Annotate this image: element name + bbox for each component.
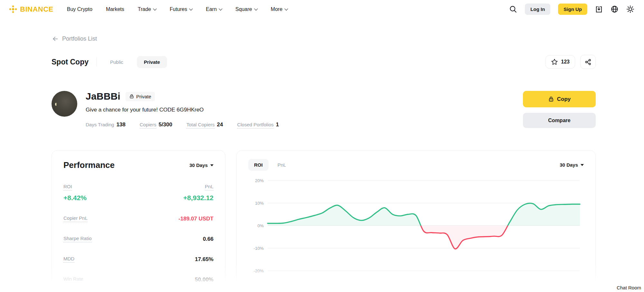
nav-item-trade[interactable]: Trade — [138, 6, 156, 12]
chevron-down-icon — [219, 7, 222, 10]
win-rate-row: Win Rate 50.00% — [63, 276, 213, 283]
search-icon[interactable] — [509, 5, 517, 13]
roi-value: +8.42% — [63, 194, 87, 202]
avatar[interactable] — [52, 91, 77, 117]
chart-tab-roi[interactable]: ROI — [248, 159, 269, 171]
favorite-button[interactable]: 123 — [545, 55, 575, 69]
svg-text:-20%: -20% — [253, 268, 264, 273]
tab-public[interactable]: Public — [104, 56, 129, 68]
svg-text:0%: 0% — [257, 223, 264, 228]
breadcrumb-label: Portfolios List — [62, 35, 97, 42]
avatar-moon-detail — [55, 103, 57, 106]
main-cards: Performance 30 Days ROI +8.42% PnL +8,93… — [52, 150, 596, 292]
divider — [96, 58, 97, 66]
nav-item-square[interactable]: Square — [235, 6, 257, 12]
tab-private[interactable]: Private — [137, 56, 167, 68]
win-rate-value: 50.00% — [195, 277, 213, 283]
chart-period-select[interactable]: 30 Days — [560, 162, 584, 168]
performance-period-select[interactable]: 30 Days — [189, 162, 213, 168]
sharpe-ratio-value: 0.66 — [203, 236, 213, 242]
theme-sun-icon[interactable] — [626, 5, 634, 13]
breadcrumb-portfolios-list[interactable]: Portfolios List — [52, 35, 97, 42]
pnl-block: PnL +8,932.12 — [183, 184, 213, 202]
copier-pnl-value: -189.07 USDT — [178, 216, 213, 222]
private-badge: Private — [126, 92, 155, 101]
star-icon — [551, 58, 558, 65]
sharpe-ratio-row: Sharpe Ratio 0.66 — [63, 236, 213, 242]
svg-text:10%: 10% — [255, 201, 264, 206]
top-nav: BINANCE Buy Crypto Markets Trade Futures… — [0, 0, 644, 18]
globe-icon[interactable] — [611, 5, 619, 13]
binance-diamond-icon — [9, 5, 17, 14]
svg-text:20%: 20% — [255, 178, 264, 183]
lock-icon — [129, 94, 134, 99]
binance-copy-trading-page: BINANCE Buy Crypto Markets Trade Futures… — [0, 0, 644, 292]
performance-title: Performance — [63, 160, 115, 170]
chevron-down-icon — [153, 7, 156, 10]
back-arrow-icon — [52, 35, 59, 42]
download-icon[interactable] — [595, 5, 603, 13]
nav-menu: Buy Crypto Markets Trade Futures Earn Sq… — [67, 6, 288, 12]
binance-logo[interactable]: BINANCE — [9, 5, 53, 14]
trader-stats: Days Trading 138 Copiers 5/300 Total Cop… — [86, 122, 279, 129]
copier-pnl-row: Copier PnL -189.07 USDT — [63, 215, 213, 222]
copy-button[interactable]: Copy — [523, 91, 596, 107]
chevron-down-icon — [189, 7, 193, 10]
share-button[interactable] — [580, 55, 596, 69]
chevron-down-icon — [254, 7, 258, 10]
stat-days-trading: Days Trading 138 — [86, 122, 126, 128]
brand-name: BINANCE — [20, 5, 53, 14]
signup-button[interactable]: Sign Up — [558, 4, 587, 15]
page-title: Spot Copy — [52, 58, 89, 66]
share-icon — [585, 59, 592, 65]
chevron-down-icon — [284, 7, 288, 10]
trader-name: JaBBBi — [86, 91, 120, 102]
nav-item-earn[interactable]: Earn — [206, 6, 222, 12]
pnl-value: +8,932.12 — [183, 194, 213, 202]
caret-down-icon — [210, 164, 213, 166]
nav-item-buy-crypto[interactable]: Buy Crypto — [67, 6, 92, 12]
sharpe-ratio-label[interactable]: Sharpe Ratio — [63, 236, 92, 242]
trader-profile: JaBBBi Private Give a chance for your fu… — [52, 91, 596, 129]
lock-icon — [548, 96, 554, 102]
caret-down-icon — [581, 164, 584, 166]
nav-item-more[interactable]: More — [271, 6, 288, 12]
nav-item-markets[interactable]: Markets — [106, 6, 124, 12]
performance-card: Performance 30 Days ROI +8.42% PnL +8,93… — [52, 150, 225, 292]
roi-block: ROI +8.42% — [63, 184, 87, 202]
roi-chart: 20%10%0%-10%-20% — [248, 175, 584, 288]
win-rate-label[interactable]: Win Rate — [63, 276, 83, 283]
pnl-label[interactable]: PnL — [205, 184, 213, 190]
mdd-row: MDD 17.65% — [63, 256, 213, 263]
favorites-count: 123 — [561, 59, 570, 65]
compare-button[interactable]: Compare — [523, 113, 596, 128]
trader-description: Give a chance for your future! CODE 6G9H… — [86, 107, 279, 113]
chart-tab-pnl[interactable]: PnL — [278, 162, 286, 168]
mdd-label[interactable]: MDD — [63, 256, 74, 263]
mdd-value: 17.65% — [195, 256, 213, 263]
roi-chart-card: ROI PnL 30 Days 20%10%0%-10%-20% — [236, 150, 596, 292]
page-header: Spot Copy Public Private 123 — [52, 55, 596, 69]
login-button[interactable]: Log In — [525, 4, 550, 15]
stat-closed-portfolios[interactable]: Closed Portfolios 1 — [237, 122, 279, 129]
roi-label[interactable]: ROI — [63, 184, 72, 190]
copier-pnl-label[interactable]: Copier PnL — [63, 215, 88, 222]
nav-item-futures[interactable]: Futures — [170, 6, 192, 12]
svg-text:-10%: -10% — [253, 246, 264, 251]
stat-total-copiers[interactable]: Total Copiers 24 — [186, 122, 223, 129]
chat-room-button[interactable]: Chat Room — [615, 284, 643, 292]
stat-copiers[interactable]: Copiers 5/300 — [140, 122, 172, 129]
